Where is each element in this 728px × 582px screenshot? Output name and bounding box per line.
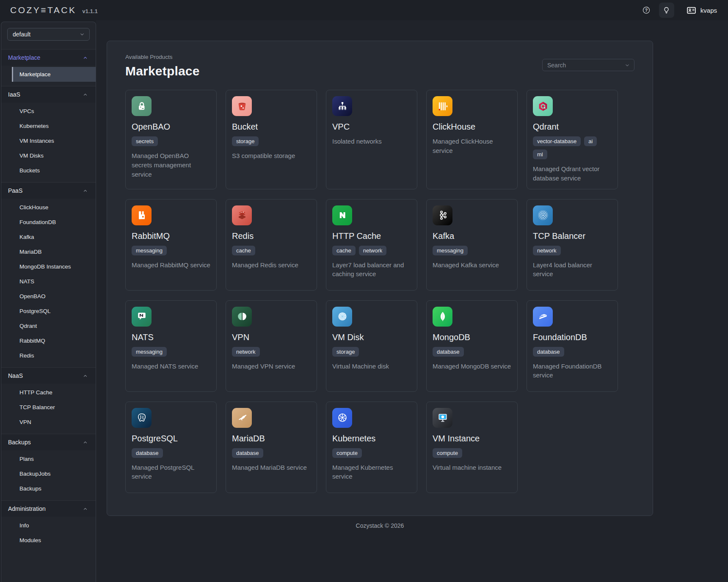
product-description: Layer4 load balancer service bbox=[533, 261, 612, 279]
sidebar-section-label: IaaS bbox=[8, 91, 20, 98]
product-card-nats[interactable]: NATSmessagingManaged NATS service bbox=[125, 300, 217, 392]
rabbitmq-icon bbox=[132, 205, 152, 225]
product-tags: storage bbox=[232, 136, 311, 146]
product-title: MongoDB bbox=[433, 333, 511, 342]
sidebar-item-qdrant[interactable]: Qdrant bbox=[1, 319, 96, 333]
product-tags: cache bbox=[232, 246, 311, 255]
sidebar-item-backupjobs[interactable]: BackupJobs bbox=[1, 466, 96, 481]
sidebar-section-items: Marketplace bbox=[1, 66, 96, 86]
sidebar-item-clickhouse[interactable]: ClickHouse bbox=[1, 200, 96, 215]
product-card-clickhouse[interactable]: ClickHouseManaged ClickHouse service bbox=[426, 90, 518, 189]
product-card-vm-instance[interactable]: VM InstancecomputeVirtual machine instan… bbox=[426, 402, 518, 493]
sidebar-item-mariadb[interactable]: MariaDB bbox=[1, 244, 96, 259]
sidebar-box: default MarketplaceMarketplaceIaaSVPCsKu… bbox=[1, 22, 96, 582]
chevron-down-icon bbox=[79, 31, 85, 37]
sidebar-item-buckets[interactable]: Buckets bbox=[1, 163, 96, 178]
sidebar-item-mongodb-instances[interactable]: MongoDB Instances bbox=[1, 259, 96, 274]
sidebar-item-vpcs[interactable]: VPCs bbox=[1, 104, 96, 119]
chevron-down-icon bbox=[624, 62, 630, 68]
product-card-vpc[interactable]: VPCIsolated networks bbox=[326, 90, 417, 189]
product-tag-database: database bbox=[232, 448, 263, 458]
product-tag-secrets: secrets bbox=[132, 136, 158, 146]
sidebar-item-redis[interactable]: Redis bbox=[1, 348, 96, 363]
mariadb-seal-icon bbox=[232, 408, 252, 428]
sidebar-section-header-paas[interactable]: PaaS bbox=[1, 183, 96, 199]
redis-stack-icon bbox=[232, 205, 252, 225]
chevron-up-icon bbox=[83, 188, 88, 194]
product-title: FoundationDB bbox=[533, 333, 612, 342]
sidebar-item-kubernetes[interactable]: Kubernetes bbox=[1, 119, 96, 133]
product-card-rabbitmq[interactable]: RabbitMQmessagingManaged RabbitMQ servic… bbox=[125, 199, 217, 291]
user-name: kvaps bbox=[700, 7, 717, 14]
sidebar-section-header-marketplace[interactable]: Marketplace bbox=[1, 50, 96, 66]
product-tag-cache: cache bbox=[232, 246, 255, 255]
sidebar-item-backups[interactable]: Backups bbox=[1, 481, 96, 496]
sidebar-item-openbao[interactable]: OpenBAO bbox=[1, 289, 96, 304]
help-button[interactable]: ? bbox=[639, 3, 654, 18]
product-grid: OpenBAOsecretsManaged OpenBAO secrets ma… bbox=[125, 90, 634, 493]
product-card-vm-disk[interactable]: VM DiskstorageVirtual Machine disk bbox=[326, 300, 417, 392]
sidebar-item-postgresql[interactable]: PostgreSQL bbox=[1, 304, 96, 319]
sidebar-section-header-backups[interactable]: Backups bbox=[1, 434, 96, 450]
workspace-select[interactable]: default bbox=[7, 28, 90, 41]
product-tag-ml: ml bbox=[533, 150, 547, 159]
product-tag-storage: storage bbox=[332, 347, 359, 357]
sidebar-item-modules[interactable]: Modules bbox=[1, 533, 96, 548]
sidebar-section-items: VPCsKubernetesVM InstancesVM DisksBucket… bbox=[1, 103, 96, 182]
product-tags: compute bbox=[332, 448, 411, 458]
product-tag-storage: storage bbox=[232, 136, 259, 146]
sidebar-item-vm-disks[interactable]: VM Disks bbox=[1, 148, 96, 163]
product-card-vpn[interactable]: VPNnetworkManaged VPN service bbox=[226, 300, 317, 392]
product-card-redis[interactable]: RediscacheManaged Redis service bbox=[226, 199, 317, 291]
sidebar-item-nats[interactable]: NATS bbox=[1, 274, 96, 289]
disk-icon bbox=[332, 307, 352, 327]
sidebar-item-foundationdb[interactable]: FoundationDB bbox=[1, 215, 96, 230]
sidebar-nav: MarketplaceMarketplaceIaaSVPCsKubernetes… bbox=[1, 49, 96, 552]
product-card-mongodb[interactable]: MongoDBdatabaseManaged MongoDB service bbox=[426, 300, 518, 392]
theme-toggle-button[interactable] bbox=[659, 3, 674, 18]
sidebar-item-info[interactable]: Info bbox=[1, 518, 96, 533]
sidebar-section-label: PaaS bbox=[8, 187, 22, 194]
product-tag-database: database bbox=[132, 448, 163, 458]
product-tags: network bbox=[533, 246, 612, 255]
sidebar-item-vm-instances[interactable]: VM Instances bbox=[1, 133, 96, 148]
product-card-postgresql[interactable]: PostgreSQLdatabaseManaged PostgreSQL ser… bbox=[125, 402, 217, 493]
product-tag-vector-database: vector-database bbox=[533, 136, 581, 146]
sidebar-item-kafka[interactable]: Kafka bbox=[1, 230, 96, 244]
search-select[interactable]: Search bbox=[542, 59, 634, 71]
sidebar-section-header-administration[interactable]: Administration bbox=[1, 501, 96, 517]
sidebar-item-marketplace[interactable]: Marketplace bbox=[12, 67, 96, 82]
nginx-icon bbox=[332, 205, 352, 225]
product-description: Managed Redis service bbox=[232, 261, 311, 270]
product-description: Isolated networks bbox=[332, 137, 411, 146]
product-description: Virtual machine instance bbox=[433, 463, 511, 472]
user-menu-button[interactable]: kvaps bbox=[686, 5, 717, 16]
sidebar-section-header-naas[interactable]: NaaS bbox=[1, 368, 96, 384]
product-card-kafka[interactable]: KafkamessagingManaged Kafka service bbox=[426, 199, 518, 291]
product-title: Qdrant bbox=[533, 122, 612, 132]
sidebar-item-rabbitmq[interactable]: RabbitMQ bbox=[1, 333, 96, 348]
product-card-http-cache[interactable]: HTTP CachecachenetworkLayer7 load balanc… bbox=[326, 199, 417, 291]
footer-copyright: Cozystack © 2026 bbox=[107, 522, 653, 529]
product-card-tcp-balancer[interactable]: TCP BalancernetworkLayer4 load balancer … bbox=[527, 199, 618, 291]
product-card-mariadb[interactable]: MariaDBdatabaseManaged MariaDB service bbox=[226, 402, 317, 493]
sidebar-item-tcp-balancer[interactable]: TCP Balancer bbox=[1, 400, 96, 415]
product-tag-cache: cache bbox=[332, 246, 356, 255]
workspace-select-value: default bbox=[13, 31, 30, 38]
product-tags: secrets bbox=[132, 136, 210, 146]
sidebar-section-header-iaas[interactable]: IaaS bbox=[1, 86, 96, 103]
sidebar-item-plans[interactable]: Plans bbox=[1, 452, 96, 466]
product-card-qdrant[interactable]: Qdrantvector-databaseaimlManaged Qdrant … bbox=[527, 90, 618, 189]
sidebar-section-backups: BackupsPlansBackupJobsBackups bbox=[1, 434, 96, 500]
product-card-foundationdb[interactable]: FoundationDBdatabaseManaged FoundationDB… bbox=[527, 300, 618, 392]
product-title: VM Instance bbox=[433, 434, 511, 443]
sidebar-item-vpn[interactable]: VPN bbox=[1, 415, 96, 430]
sidebar-item-http-cache[interactable]: HTTP Cache bbox=[1, 385, 96, 400]
product-card-openbao[interactable]: OpenBAOsecretsManaged OpenBAO secrets ma… bbox=[125, 90, 217, 189]
product-card-bucket[interactable]: BucketstorageS3 compatible storage bbox=[226, 90, 317, 189]
product-tag-messaging: messaging bbox=[132, 246, 167, 255]
product-tags: messaging bbox=[132, 246, 210, 255]
sidebar-section-label: NaaS bbox=[8, 372, 23, 379]
vpn-circle-icon bbox=[232, 307, 252, 327]
product-card-kubernetes[interactable]: KubernetescomputeManaged Kubernetes serv… bbox=[326, 402, 417, 493]
